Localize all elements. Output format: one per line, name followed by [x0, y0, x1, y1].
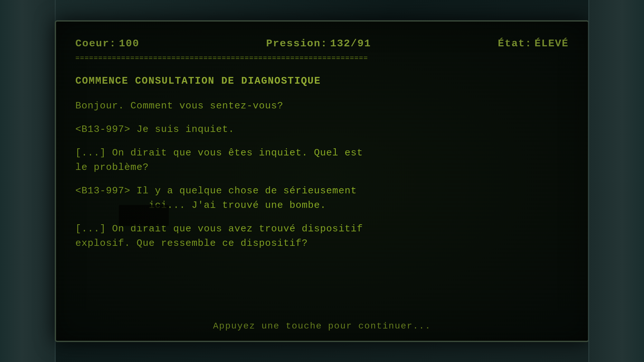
main-text: COMMENCE CONSULTATION DE DIAGNOSTIQUE Bo…	[72, 69, 572, 265]
pression-value: 132/91	[330, 38, 371, 50]
consultation-title: COMMENCE CONSULTATION DE DIAGNOSTIQUE	[75, 74, 569, 89]
separator-line: ========================================…	[72, 54, 572, 69]
pression-stat: Pression: 132/91	[266, 38, 371, 50]
dialogue-line-3: [...] On dirait que vous êtes inquiet. Q…	[75, 146, 569, 175]
coeur-label: Coeur:	[75, 38, 116, 50]
dialogue-line-5: [...] On dirait que vous avez trouvé dis…	[75, 222, 569, 251]
header-bar: Coeur: 100 Pression: 132/91 État: ÉLEVÉ	[72, 31, 572, 54]
screen-container: Coeur: 100 Pression: 132/91 État: ÉLEVÉ …	[55, 20, 589, 342]
dialogue-line-1: Bonjour. Comment vous sentez-vous?	[75, 99, 569, 113]
etat-value: ÉLEVÉ	[535, 38, 569, 50]
etat-stat: État: ÉLEVÉ	[498, 38, 569, 50]
dialogue-line-2: <B13-997> Je suis inquiet.	[75, 122, 569, 137]
outer-frame: Coeur: 100 Pression: 132/91 État: ÉLEVÉ …	[0, 0, 644, 362]
dark-patch	[119, 205, 169, 226]
pression-label: Pression:	[266, 38, 327, 50]
screen-content: Coeur: 100 Pression: 132/91 État: ÉLEVÉ …	[56, 22, 588, 274]
continue-prompt[interactable]: Appuyez une touche pour continuer...	[56, 321, 588, 331]
coeur-value: 100	[119, 38, 139, 50]
coeur-stat: Coeur: 100	[75, 38, 139, 50]
etat-label: État:	[498, 38, 532, 50]
